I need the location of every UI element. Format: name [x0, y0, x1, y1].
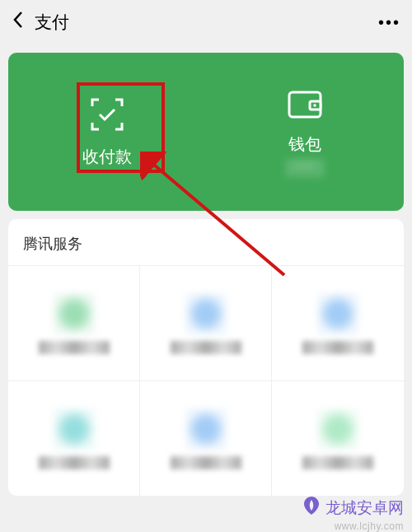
service-label	[39, 456, 110, 469]
service-icon	[54, 408, 95, 450]
pay-receive-button[interactable]: 收付款	[8, 53, 206, 211]
service-item[interactable]	[140, 380, 272, 496]
service-label	[171, 456, 241, 469]
wallet-icon	[287, 87, 323, 124]
service-icon	[185, 408, 227, 450]
service-label	[302, 456, 373, 469]
service-icon	[54, 293, 95, 334]
service-item[interactable]	[272, 380, 404, 496]
service-label	[39, 341, 110, 354]
scan-icon	[89, 96, 125, 136]
service-item[interactable]	[8, 380, 140, 496]
page-title: 支付	[35, 11, 378, 34]
watermark-text: 龙城安卓网	[325, 497, 404, 519]
wallet-balance: ****	[285, 159, 325, 177]
wallet-label: 钱包	[288, 133, 321, 156]
pay-card: 收付款 钱包 ****	[8, 53, 404, 211]
service-icon	[317, 293, 358, 334]
back-icon[interactable]	[12, 10, 25, 35]
service-icon	[317, 408, 358, 450]
service-item[interactable]	[8, 265, 140, 380]
watermark-icon	[301, 495, 322, 520]
services-grid	[8, 265, 404, 496]
pay-receive-label: 收付款	[82, 146, 132, 168]
watermark: 龙城安卓网	[301, 495, 404, 520]
service-label	[171, 341, 241, 354]
service-item[interactable]	[140, 265, 272, 380]
service-icon	[185, 293, 227, 334]
svg-point-2	[313, 104, 316, 107]
header: 支付 •••	[0, 0, 412, 44]
service-label	[302, 341, 373, 354]
wallet-button[interactable]: 钱包 ****	[206, 53, 404, 211]
service-item[interactable]	[272, 265, 404, 380]
services-card: 腾讯服务	[8, 219, 404, 496]
watermark-sub: www.lcjhy.com	[335, 520, 404, 532]
services-title: 腾讯服务	[8, 219, 404, 265]
more-icon[interactable]: •••	[378, 13, 400, 32]
